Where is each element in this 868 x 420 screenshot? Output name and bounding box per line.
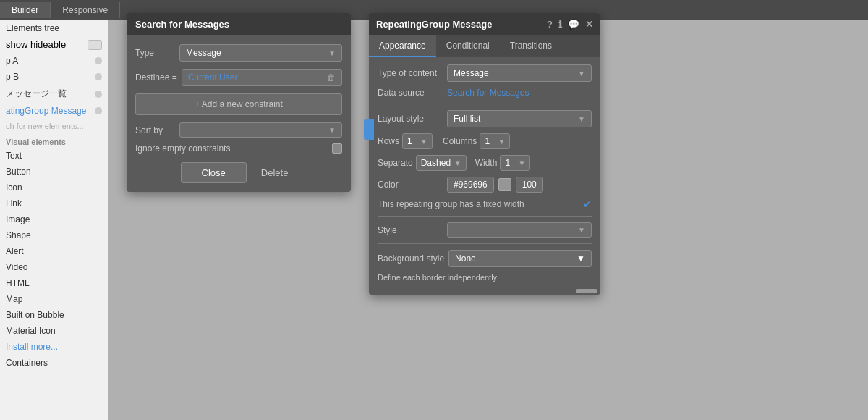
sidebar-item-p-b[interactable]: p B xyxy=(0,69,108,85)
comment-icon[interactable]: 💬 xyxy=(568,19,579,30)
destinee-value: Current User xyxy=(188,72,238,83)
sort-arrow: ▼ xyxy=(328,126,336,134)
repeating-group-panel: RepeatingGroup Message ? ℹ 💬 ✕ Appearanc… xyxy=(369,13,600,295)
sidebar-search[interactable]: ch for new elements... xyxy=(0,119,108,133)
sidebar-item-built-on-bubble[interactable]: Built on Bubble xyxy=(0,307,108,323)
rows-label: Rows xyxy=(378,136,399,146)
search-dialog-body: Type Message ▼ Destinee = Current User 🗑… xyxy=(127,35,351,192)
layout-style-row: Layout style Full list ▼ xyxy=(378,110,592,127)
sidebar-item-messages[interactable]: メッセージ一覧 xyxy=(0,85,108,103)
color-opacity[interactable]: 100 xyxy=(516,177,543,193)
color-swatch[interactable] xyxy=(498,178,511,191)
ignore-row: Ignore empty constraints xyxy=(135,143,342,154)
panel-header-icons: ? ℹ 💬 ✕ xyxy=(547,19,593,30)
background-style-label: Background style xyxy=(378,253,444,264)
columns-input[interactable]: 1 ▼ xyxy=(480,133,510,149)
sidebar-show-hideable-row: show hideable xyxy=(0,36,108,53)
help-icon[interactable]: ? xyxy=(547,19,553,30)
sidebar-item-text[interactable]: Text xyxy=(0,148,108,164)
sort-label: Sort by xyxy=(135,125,175,135)
trash-icon[interactable]: 🗑 xyxy=(327,72,336,83)
panel-title: RepeatingGroup Message xyxy=(376,19,492,30)
type-of-content-row: Type of content Message ▼ xyxy=(378,64,592,82)
sidebar-item-shape[interactable]: Shape xyxy=(0,227,108,243)
ignore-checkbox[interactable] xyxy=(332,143,342,154)
sidebar: Elements tree show hideable p A p B メッセー… xyxy=(0,20,109,420)
dot-p-b xyxy=(95,73,102,80)
sidebar-item-map[interactable]: Map xyxy=(0,291,108,307)
destinee-row: Destinee = Current User 🗑 xyxy=(135,69,342,86)
separator-select[interactable]: Dashed ▼ xyxy=(416,155,467,171)
dialog-footer: Close Delete xyxy=(135,162,342,183)
search-dialog-header: Search for Messages xyxy=(127,13,351,35)
tab-appearance[interactable]: Appearance xyxy=(369,35,436,57)
close-icon[interactable]: ✕ xyxy=(585,19,593,30)
sidebar-item-material-icon[interactable]: Material Icon xyxy=(0,323,108,339)
sidebar-item-p-a[interactable]: p A xyxy=(0,53,108,69)
rows-columns-row: Rows 1 ▼ Columns 1 ▼ xyxy=(378,133,592,149)
sidebar-elements-tree[interactable]: Elements tree xyxy=(0,20,108,36)
separator-row: Separato Dashed ▼ Width 1 ▼ xyxy=(378,155,592,171)
sidebar-item-alert[interactable]: Alert xyxy=(0,243,108,259)
sidebar-item-repeating-group[interactable]: atingGroup Message xyxy=(0,103,108,119)
divider-3 xyxy=(378,243,592,244)
sidebar-item-icon[interactable]: Icon xyxy=(0,180,108,196)
sidebar-item-containers[interactable]: Containers xyxy=(0,355,108,371)
columns-label: Columns xyxy=(443,136,477,146)
define-border-row: Define each border independently xyxy=(378,273,592,282)
divider-2 xyxy=(378,216,592,217)
sidebar-item-html[interactable]: HTML xyxy=(0,275,108,291)
color-row: Color #969696 100 xyxy=(378,177,592,193)
layout-style-arrow: ▼ xyxy=(578,115,585,123)
destinee-label: Destinee = xyxy=(135,72,177,83)
sidebar-item-button[interactable]: Button xyxy=(0,164,108,180)
fixed-width-label: This repeating group has a fixed width xyxy=(378,199,579,209)
style-select[interactable]: ▼ xyxy=(447,222,592,238)
type-content-arrow: ▼ xyxy=(578,70,585,77)
type-of-content-select[interactable]: Message ▼ xyxy=(447,64,592,82)
style-arrow: ▼ xyxy=(578,226,585,234)
style-row: Style ▼ xyxy=(378,222,592,238)
style-label: Style xyxy=(378,225,443,235)
tab-responsive[interactable]: Responsive xyxy=(51,2,120,18)
show-hideable-toggle[interactable] xyxy=(88,40,102,50)
sidebar-item-image[interactable]: Image xyxy=(0,211,108,227)
color-label: Color xyxy=(378,180,443,190)
width-input[interactable]: 1 ▼ xyxy=(500,155,530,171)
destinee-value-container[interactable]: Current User 🗑 xyxy=(182,69,342,86)
show-hideable-label: show hideable xyxy=(6,39,66,50)
blue-side-tab[interactable] xyxy=(364,119,374,140)
search-dialog: Search for Messages Type Message ▼ Desti… xyxy=(127,13,351,192)
data-source-row: Data source Search for Messages xyxy=(378,88,592,98)
dot-messages xyxy=(95,91,102,98)
separator-label: Separato xyxy=(378,158,413,168)
tab-conditional[interactable]: Conditional xyxy=(436,35,500,57)
sort-select[interactable]: ▼ xyxy=(179,122,342,138)
data-source-link[interactable]: Search for Messages xyxy=(447,88,529,98)
color-hex[interactable]: #969696 xyxy=(447,177,494,193)
type-of-content-label: Type of content xyxy=(378,68,443,78)
sidebar-item-install-more[interactable]: Install more... xyxy=(0,339,108,355)
close-button[interactable]: Close xyxy=(181,162,247,183)
tab-builder[interactable]: Builder xyxy=(0,2,51,18)
type-select-arrow: ▼ xyxy=(328,49,336,57)
rows-input[interactable]: 1 ▼ xyxy=(402,133,433,149)
type-label: Type xyxy=(135,48,175,58)
fixed-width-check[interactable]: ✔ xyxy=(583,198,592,210)
sidebar-item-link[interactable]: Link xyxy=(0,196,108,211)
background-style-select[interactable]: None ▼ xyxy=(448,250,592,267)
add-constraint-button[interactable]: + Add a new constraint xyxy=(135,93,342,115)
info-icon[interactable]: ℹ xyxy=(558,19,562,30)
ignore-label: Ignore empty constraints xyxy=(135,143,230,154)
dot-repeating xyxy=(95,107,102,114)
fixed-width-row: This repeating group has a fixed width ✔ xyxy=(378,198,592,210)
panel-body: Type of content Message ▼ Data source Se… xyxy=(369,57,600,295)
tab-transitions[interactable]: Transitions xyxy=(500,35,562,57)
width-label: Width xyxy=(475,158,498,168)
layout-style-select[interactable]: Full list ▼ xyxy=(447,110,592,127)
delete-button[interactable]: Delete xyxy=(252,162,297,183)
data-source-label: Data source xyxy=(378,88,443,98)
type-select[interactable]: Message ▼ xyxy=(179,44,342,62)
sidebar-item-video[interactable]: Video xyxy=(0,259,108,275)
panel-header: RepeatingGroup Message ? ℹ 💬 ✕ xyxy=(369,13,600,35)
